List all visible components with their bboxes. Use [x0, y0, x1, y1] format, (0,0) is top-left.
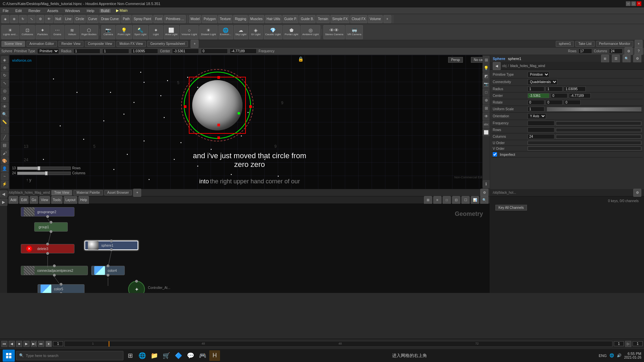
- tab-scene-view[interactable]: Scene View: [1, 41, 25, 47]
- tab-performance-monitor[interactable]: Performance Monitor: [596, 41, 633, 47]
- grains-btn[interactable]: ⋯ Grains: [50, 25, 64, 39]
- node-connect2-in[interactable]: [53, 264, 56, 267]
- vp-text-btn[interactable]: abc: [483, 121, 490, 128]
- center-y-prop[interactable]: [551, 93, 568, 98]
- menu-render[interactable]: Render: [27, 9, 42, 13]
- keys-settings-btn[interactable]: ⚙: [633, 189, 641, 197]
- particles-btn[interactable]: ✦ Particles: [36, 25, 50, 39]
- center-z-prop[interactable]: [569, 93, 591, 98]
- freq-slider[interactable]: [556, 121, 641, 125]
- tl-start-btn[interactable]: ⏮: [1, 341, 7, 347]
- add-right-tab-btn[interactable]: +: [635, 40, 643, 48]
- menu-help[interactable]: Help: [85, 9, 96, 13]
- volume-tab[interactable]: Volume: [368, 15, 382, 23]
- tl-end-frame[interactable]: [633, 341, 643, 346]
- net-view-btn[interactable]: View: [39, 196, 50, 204]
- net-go-btn[interactable]: Go: [30, 196, 38, 204]
- key-all-channels-btn[interactable]: Key All Channels: [493, 204, 641, 211]
- node-delete3-out[interactable]: [46, 252, 49, 255]
- tl-frame-input[interactable]: [53, 341, 63, 346]
- net-search-btn[interactable]: 🔍: [480, 196, 488, 204]
- vp-grid-btn[interactable]: ⊞: [483, 105, 490, 112]
- net-nav-btn[interactable]: ◀: [0, 190, 7, 198]
- select-tool[interactable]: ◈: [1, 15, 9, 23]
- simple-fx-tab[interactable]: Simple FX: [330, 15, 349, 23]
- taskbar-store[interactable]: 🛒: [161, 350, 172, 361]
- rotate-z-prop[interactable]: [564, 100, 581, 105]
- distant-light-btn[interactable]: ☀ Distant Light: [199, 25, 217, 39]
- tl-next-btn[interactable]: ▶|: [31, 341, 37, 347]
- taskbar-explorer[interactable]: 📁: [149, 350, 160, 361]
- texture-tab[interactable]: Texture: [218, 15, 232, 23]
- model-tab[interactable]: Model: [189, 15, 201, 23]
- connectivity-select[interactable]: Quadrilaterals: [528, 79, 557, 85]
- net-tools-btn[interactable]: Tools: [51, 196, 62, 204]
- node-sphere1-body[interactable]: sphere1: [85, 241, 138, 250]
- camera-btn[interactable]: 📷 Camera: [101, 25, 115, 39]
- build-btn[interactable]: Build: [100, 9, 110, 13]
- close-btn[interactable]: ✕: [637, 1, 641, 6]
- spot-light-btn[interactable]: 🔦 Spot Light: [133, 25, 148, 39]
- columns-input[interactable]: [528, 134, 554, 139]
- node-color5-in[interactable]: [60, 283, 62, 286]
- tl-triangle-btn[interactable]: ▷: [625, 341, 631, 347]
- taskbar-app7[interactable]: 🎮: [197, 350, 208, 361]
- scale-tool[interactable]: ⤡: [28, 15, 36, 23]
- center-y-input[interactable]: [201, 49, 228, 54]
- rows-prop-input[interactable]: [528, 127, 554, 132]
- scale-slider[interactable]: [547, 107, 641, 111]
- node-group1[interactable]: group1: [34, 222, 68, 232]
- caustic-light-btn[interactable]: 💎 Caustic Light: [264, 25, 282, 39]
- rotate-y-prop[interactable]: [546, 100, 562, 105]
- minimize-btn[interactable]: –: [626, 1, 631, 6]
- view-tool[interactable]: 👁: [45, 15, 53, 23]
- tl-stop-btn[interactable]: ■: [16, 341, 22, 347]
- dynamics-btn[interactable]: ⚡: [1, 181, 8, 188]
- node-sphere1-out[interactable]: [110, 248, 113, 251]
- rigid-bodies-btn[interactable]: ⬡ Rigid Bodies: [80, 25, 98, 39]
- tl-track[interactable]: 1 48 48 72: [64, 341, 612, 347]
- imperfect-checkbox[interactable]: [493, 152, 497, 157]
- path-tool[interactable]: Path: [121, 15, 131, 23]
- radius-x-prop[interactable]: [528, 86, 544, 92]
- vp-snap-btn[interactable]: ⊕: [483, 97, 490, 104]
- circle-tool[interactable]: Circle: [74, 15, 86, 23]
- vp-display-btn[interactable]: ⊞: [483, 56, 490, 64]
- ambient-light-btn[interactable]: ◎ Ambient Light: [301, 25, 320, 39]
- more-tabs-btn[interactable]: +: [383, 15, 391, 23]
- menu-windows[interactable]: Windows: [64, 9, 82, 13]
- handle-tool[interactable]: ⚙: [36, 15, 44, 23]
- draw-curve-tool[interactable]: Draw Curve: [99, 15, 120, 23]
- prim-type-prop-select[interactable]: Primitive: [528, 72, 549, 77]
- curve-tool[interactable]: Curve: [87, 15, 99, 23]
- inspect-btn[interactable]: 🔍: [1, 111, 8, 118]
- node-delete3[interactable]: ✕ delete3: [21, 244, 74, 253]
- tab-sphere1[interactable]: sphere1: [556, 41, 574, 47]
- environment-btn[interactable]: 🌐 Environ...: [218, 25, 233, 39]
- handle-tool-btn[interactable]: ⚙: [1, 95, 8, 102]
- node-color5-out[interactable]: [60, 292, 62, 293]
- cols-slider[interactable]: [17, 172, 71, 175]
- rotate-x-prop[interactable]: [528, 100, 544, 105]
- sphere-object[interactable]: [184, 72, 251, 139]
- radius-x-input[interactable]: [73, 49, 100, 54]
- node-delete3-body[interactable]: ✕ delete3: [21, 244, 74, 253]
- center-z-input[interactable]: [230, 49, 257, 54]
- tab-animation-editor[interactable]: Animation Editor: [26, 41, 57, 47]
- node-delete3-in[interactable]: [46, 243, 49, 245]
- other-tools[interactable]: Primitives ...: [164, 15, 185, 23]
- measure-btn[interactable]: 📏: [1, 118, 8, 125]
- net-add-tab-btn[interactable]: +: [133, 189, 141, 197]
- node-color4-in[interactable]: [107, 264, 109, 267]
- node-color5-body[interactable]: color5: [38, 284, 85, 293]
- tab-render-view[interactable]: Render View: [58, 41, 84, 47]
- tl-start-frame[interactable]: [614, 341, 624, 346]
- rotate-tool-btn[interactable]: ↻: [1, 72, 8, 79]
- clock[interactable]: 6:55 PM 2021-01-26: [624, 352, 641, 359]
- taskbar-search[interactable]: 🔍 Type here to search: [16, 351, 123, 360]
- area-light-btn[interactable]: ⬜ Area Light: [164, 25, 179, 39]
- radius-y-input[interactable]: [102, 49, 129, 54]
- paint-btn[interactable]: 🎨: [1, 157, 8, 164]
- net-help-btn[interactable]: Help: [78, 196, 89, 204]
- cols-prop-slider[interactable]: [556, 135, 641, 139]
